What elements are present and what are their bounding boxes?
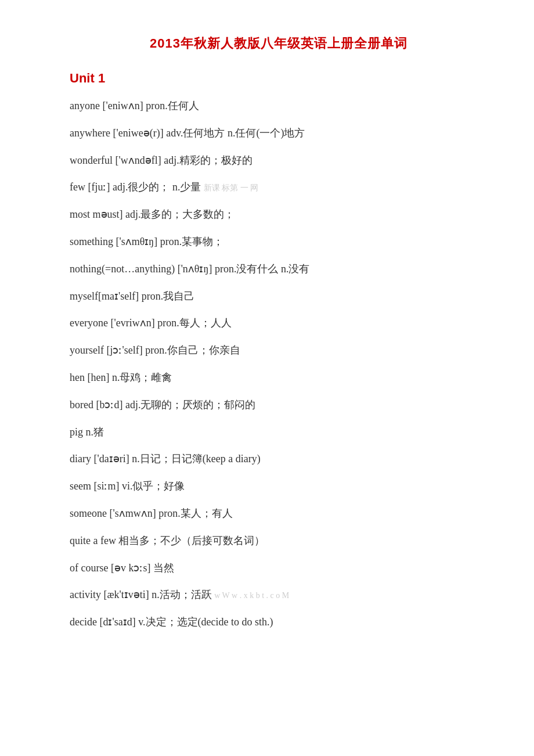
word-entry: wonderful ['wʌndəfl] adj.精彩的；极好的 bbox=[70, 152, 488, 169]
word-entry: someone ['sʌmwʌn] pron.某人；有人 bbox=[70, 505, 488, 522]
word-entry: decide [dɪ'saɪd] v.决定；选定(decide to do st… bbox=[70, 614, 488, 631]
word-entry: diary ['daɪəri] n.日记；日记簿(keep a diary) bbox=[70, 451, 488, 467]
word-entry: pig n.猪 bbox=[70, 424, 488, 441]
word-entry: yourself [jɔː'self] pron.你自己；你亲自 bbox=[70, 342, 488, 359]
unit-heading: Unit 1 bbox=[70, 71, 488, 86]
word-entry: anywhere ['eniweə(r)] adv.任何地方 n.任何(一个)地… bbox=[70, 125, 488, 142]
word-entry: activity [æk'tɪvəti] n.活动；活跃 w W w . x k… bbox=[70, 586, 488, 603]
word-entry: few [fjuː] adj.很少的； n.少量 新课 标第 一 网 bbox=[70, 179, 488, 196]
word-entry: of course [əv kɔːs] 当然 bbox=[70, 560, 488, 577]
word-entry: hen [hen] n.母鸡；雌禽 bbox=[70, 369, 488, 386]
page-title: 2013年秋新人教版八年级英语上册全册单词 bbox=[70, 35, 488, 52]
word-entry: something ['sʌmθɪŋ] pron.某事物； bbox=[70, 233, 488, 250]
word-entry: quite a few 相当多；不少（后接可数名词） bbox=[70, 532, 488, 549]
word-entry: most məust] adj.最多的；大多数的； bbox=[70, 206, 488, 223]
watermark: 新课 标第 一 网 bbox=[204, 183, 259, 192]
word-entry: bored [bɔːd] adj.无聊的；厌烦的；郁闷的 bbox=[70, 397, 488, 413]
word-entry: myself[maɪ'self] pron.我自己 bbox=[70, 288, 488, 305]
word-entry: seem [siːm] vi.似乎；好像 bbox=[70, 478, 488, 495]
word-entry: everyone ['evriwʌn] pron.每人；人人 bbox=[70, 315, 488, 332]
word-entry: anyone ['eniwʌn] pron.任何人 bbox=[70, 98, 488, 114]
word-entries-container: anyone ['eniwʌn] pron.任何人anywhere ['eniw… bbox=[70, 98, 488, 631]
watermark: w W w . x k b t . c o M bbox=[214, 591, 289, 600]
word-entry: nothing(=not…anything) ['nʌθɪŋ] pron.没有什… bbox=[70, 261, 488, 278]
